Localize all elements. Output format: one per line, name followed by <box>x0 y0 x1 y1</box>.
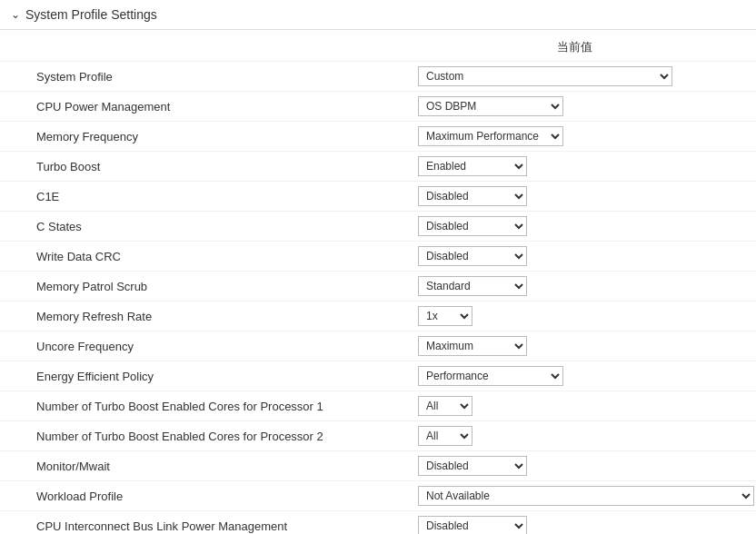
field-select-12[interactable]: All1234 <box>418 426 472 446</box>
field-label: Memory Frequency <box>36 130 418 143</box>
form-row: Memory Refresh Rate1x2x <box>0 302 756 331</box>
field-select-5[interactable]: EnabledDisabled <box>418 216 527 236</box>
field-control: Maximum Performance1333 MHz1600 MHz <box>418 126 563 146</box>
field-control: MaximumDynamicMinimum <box>418 336 527 356</box>
form-row: Workload ProfileNot AvailableGeneral Pea… <box>0 481 756 511</box>
form-row: Energy Efficient PolicyPerformanceBalanc… <box>0 361 756 391</box>
field-select-3[interactable]: EnabledDisabled <box>418 156 527 176</box>
main-container: ⌄ System Profile Settings 当前值 System Pro… <box>0 0 756 534</box>
field-control: All1234 <box>418 426 472 446</box>
field-label: C States <box>36 220 418 233</box>
field-select-0[interactable]: CustomPerformanceBalancedPerformanceBala… <box>418 66 672 86</box>
field-label: Energy Efficient Policy <box>36 370 418 383</box>
section-body: 当前值 System ProfileCustomPerformanceBalan… <box>0 30 756 534</box>
field-label: Memory Patrol Scrub <box>36 280 418 293</box>
field-label: Number of Turbo Boost Enabled Cores for … <box>36 400 418 413</box>
field-control: EnabledDisabled <box>418 516 527 534</box>
field-select-6[interactable]: EnabledDisabled <box>418 246 527 266</box>
field-control: Not AvailableGeneral Peak Frequency Opti… <box>418 486 754 506</box>
form-row: Write Data CRCEnabledDisabled <box>0 242 756 272</box>
form-row: Memory FrequencyMaximum Performance1333 … <box>0 122 756 152</box>
field-control: EnabledDisabled <box>418 246 527 266</box>
field-select-4[interactable]: EnabledDisabled <box>418 186 527 206</box>
field-label: Memory Refresh Rate <box>36 310 418 323</box>
field-label: Write Data CRC <box>36 250 418 263</box>
field-select-13[interactable]: EnabledDisabled <box>418 456 527 476</box>
field-select-8[interactable]: 1x2x <box>418 306 472 326</box>
form-row: Turbo BoostEnabledDisabled <box>0 152 756 182</box>
form-row: Memory Patrol ScrubStandardExtendedDisab… <box>0 272 756 302</box>
field-select-11[interactable]: All1234 <box>418 396 472 416</box>
form-row: Number of Turbo Boost Enabled Cores for … <box>0 391 756 421</box>
field-label: C1E <box>36 190 418 203</box>
field-select-2[interactable]: Maximum Performance1333 MHz1600 MHz <box>418 126 563 146</box>
form-row: Monitor/MwaitEnabledDisabled <box>0 451 756 481</box>
field-control: 1x2x <box>418 306 472 326</box>
field-control: EnabledDisabled <box>418 456 527 476</box>
field-control: OS DBPMMaximum PerformanceMinimum Power <box>418 96 563 116</box>
field-control: All1234 <box>418 396 472 416</box>
field-label: Workload Profile <box>36 490 418 503</box>
field-label: CPU Interconnect Bus Link Power Manageme… <box>36 519 418 533</box>
form-row: Uncore FrequencyMaximumDynamicMinimum <box>0 331 756 361</box>
field-label: CPU Power Management <box>36 100 418 114</box>
field-select-9[interactable]: MaximumDynamicMinimum <box>418 336 527 356</box>
field-label: Number of Turbo Boost Enabled Cores for … <box>36 430 418 443</box>
field-control: CustomPerformanceBalancedPerformanceBala… <box>418 66 672 86</box>
form-row: CPU Interconnect Bus Link Power Manageme… <box>0 511 756 534</box>
chevron-icon: ⌄ <box>11 8 20 21</box>
field-select-1[interactable]: OS DBPMMaximum PerformanceMinimum Power <box>418 96 563 116</box>
field-label: System Profile <box>36 70 418 84</box>
field-control: EnabledDisabled <box>418 216 527 236</box>
field-select-7[interactable]: StandardExtendedDisabled <box>418 276 527 296</box>
form-row: C StatesEnabledDisabled <box>0 212 756 242</box>
section-header: ⌄ System Profile Settings <box>0 0 756 30</box>
field-control: EnabledDisabled <box>418 186 527 206</box>
form-row: CPU Power ManagementOS DBPMMaximum Perfo… <box>0 92 756 122</box>
form-row: System ProfileCustomPerformanceBalancedP… <box>0 62 756 92</box>
field-control: StandardExtendedDisabled <box>418 276 527 296</box>
form-row: C1EEnabledDisabled <box>0 182 756 212</box>
form-row: Number of Turbo Boost Enabled Cores for … <box>0 421 756 451</box>
field-select-15[interactable]: EnabledDisabled <box>418 516 527 534</box>
section-title: System Profile Settings <box>25 7 157 22</box>
field-control: PerformanceBalanced PerformanceBalanced … <box>418 366 563 386</box>
field-label: Turbo Boost <box>36 160 418 173</box>
field-select-14[interactable]: Not AvailableGeneral Peak Frequency Opti… <box>418 486 754 506</box>
current-value-label: 当前值 <box>557 40 592 54</box>
field-select-10[interactable]: PerformanceBalanced PerformanceBalanced … <box>418 366 563 386</box>
current-value-header: 当前值 <box>0 34 756 62</box>
field-label: Uncore Frequency <box>36 340 418 353</box>
field-control: EnabledDisabled <box>418 156 527 176</box>
field-label: Monitor/Mwait <box>36 460 418 473</box>
